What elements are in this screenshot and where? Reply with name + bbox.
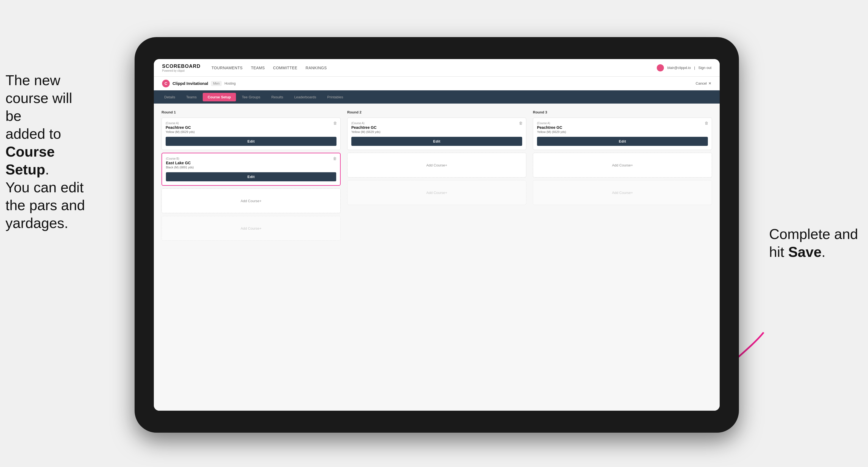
nav-rankings[interactable]: RANKINGS <box>306 66 327 70</box>
round1-add-course-2: Add Course + <box>161 216 341 241</box>
round3-add-course-2-label: Add Course <box>612 191 631 195</box>
round1-add-course-2-label: Add Course <box>241 226 259 230</box>
round1-course-a-card: 🗑 (Course A) Peachtree GC Yellow (M) (66… <box>161 118 341 150</box>
nav-avatar <box>657 64 664 71</box>
round-1-header: Round 1 <box>161 110 341 114</box>
rounds-grid: Round 1 🗑 (Course A) Peachtree GC Yellow… <box>161 110 712 243</box>
round-3-header: Round 3 <box>533 110 712 114</box>
nav-links: TOURNAMENTS TEAMS COMMITTEE RANKINGS <box>212 66 327 70</box>
tab-teams[interactable]: Teams <box>181 93 202 101</box>
nav-left: SCOREBOARD Powered by clippd TOURNAMENTS… <box>162 63 327 72</box>
round3-course-a-card: 🗑 (Course A) Peachtree GC Yellow (M) (66… <box>533 118 712 150</box>
round3-add-course-1-label: Add Course <box>612 163 631 167</box>
top-nav: SCOREBOARD Powered by clippd TOURNAMENTS… <box>154 59 720 76</box>
round-3-column: Round 3 🗑 (Course A) Peachtree GC Yellow… <box>533 110 712 243</box>
round-1-column: Round 1 🗑 (Course A) Peachtree GC Yellow… <box>161 110 341 243</box>
cancel-label: Cancel <box>696 81 707 86</box>
round2-add-course-1-label: Add Course <box>426 163 445 167</box>
round2-add-course-2-plus: + <box>445 191 447 195</box>
round3-course-a-label: (Course A) <box>537 122 708 125</box>
tab-details[interactable]: Details <box>159 93 180 101</box>
nav-separator: | <box>694 66 695 70</box>
tournament-gender: Men <box>211 81 222 86</box>
tab-leaderboards[interactable]: Leaderboards <box>289 93 321 101</box>
round1-course-a-delete-icon[interactable]: 🗑 <box>333 121 338 126</box>
nav-teams[interactable]: TEAMS <box>251 66 265 70</box>
round1-course-b-label: (Course B) <box>166 157 336 160</box>
round2-course-a-name: Peachtree GC <box>351 125 522 130</box>
tournament-bar: C Clippd Invitational Men Hosting Cancel… <box>154 76 720 90</box>
tab-course-setup[interactable]: Course Setup <box>203 93 236 101</box>
round1-course-b-name: East Lake GC <box>166 161 336 165</box>
round1-add-course-1-plus: + <box>259 199 262 203</box>
annotation-left: The new course will be added to Course S… <box>5 71 85 232</box>
logo-sub: Powered by clippd <box>162 69 200 72</box>
tournament-name: Clippd Invitational <box>173 81 208 86</box>
round3-add-course-2-plus: + <box>631 191 633 195</box>
round1-course-b-edit-button[interactable]: Edit <box>166 172 336 181</box>
round1-course-a-label: (Course A) <box>166 122 337 125</box>
round3-course-a-name: Peachtree GC <box>537 125 708 130</box>
main-content: Round 1 🗑 (Course A) Peachtree GC Yellow… <box>154 103 720 411</box>
round-2-column: Round 2 🗑 (Course A) Peachtree GC Yellow… <box>347 110 526 243</box>
nav-user-email: blair@clippd.io <box>667 66 690 70</box>
round3-add-course-1-plus: + <box>631 163 633 167</box>
round3-add-course-2: Add Course + <box>533 180 712 205</box>
round1-course-b-tee: Black (M) (6891 yds) <box>166 166 336 169</box>
nav-committee[interactable]: COMMITTEE <box>273 66 298 70</box>
round2-course-a-label: (Course A) <box>351 122 522 125</box>
round1-course-b-delete-icon[interactable]: 🗑 <box>332 156 337 161</box>
cancel-area[interactable]: Cancel ✕ <box>696 81 711 86</box>
round2-add-course-2: Add Course + <box>347 180 526 205</box>
round2-add-course-2-label: Add Course <box>426 191 445 195</box>
scoreboard-logo: SCOREBOARD Powered by clippd <box>162 63 200 72</box>
round1-add-course-1[interactable]: Add Course + <box>161 188 341 213</box>
round1-add-course-2-plus: + <box>259 226 262 230</box>
round1-course-a-name: Peachtree GC <box>166 125 337 130</box>
round3-add-course-1[interactable]: Add Course + <box>533 153 712 178</box>
round2-course-a-card: 🗑 (Course A) Peachtree GC Yellow (M) (66… <box>347 118 526 150</box>
sign-out-link[interactable]: Sign out <box>698 66 711 70</box>
tab-results[interactable]: Results <box>267 93 288 101</box>
round1-course-a-tee: Yellow (M) (6629 yds) <box>166 130 337 133</box>
round3-course-a-edit-button[interactable]: Edit <box>537 137 708 146</box>
annotation-right: Complete and hit Save. <box>769 225 863 261</box>
round3-course-a-tee: Yellow (M) (6629 yds) <box>537 130 708 133</box>
tab-printables[interactable]: Printables <box>322 93 348 101</box>
nav-right: blair@clippd.io | Sign out <box>657 64 711 71</box>
round1-course-a-edit-button[interactable]: Edit <box>166 137 337 146</box>
round1-add-course-1-label: Add Course <box>241 199 259 203</box>
tablet-frame: SCOREBOARD Powered by clippd TOURNAMENTS… <box>134 37 739 433</box>
sub-nav: Details Teams Course Setup Tee Groups Re… <box>154 90 720 103</box>
hosting-tag: Hosting <box>224 82 236 86</box>
round-2-header: Round 2 <box>347 110 526 114</box>
logo-title: SCOREBOARD <box>162 63 200 69</box>
round1-course-b-card: 🗑 (Course B) East Lake GC Black (M) (689… <box>161 153 341 186</box>
tournament-logo: C <box>162 80 170 87</box>
round2-course-a-tee: Yellow (M) (6629 yds) <box>351 130 522 133</box>
cancel-icon: ✕ <box>708 81 711 86</box>
nav-tournaments[interactable]: TOURNAMENTS <box>212 66 243 70</box>
round2-course-a-edit-button[interactable]: Edit <box>351 137 522 146</box>
round2-course-a-delete-icon[interactable]: 🗑 <box>518 121 523 126</box>
tab-tee-groups[interactable]: Tee Groups <box>237 93 265 101</box>
tournament-info: C Clippd Invitational Men Hosting <box>162 80 236 87</box>
round2-add-course-1[interactable]: Add Course + <box>347 153 526 178</box>
tablet-screen: SCOREBOARD Powered by clippd TOURNAMENTS… <box>154 59 720 411</box>
round2-add-course-1-plus: + <box>445 163 447 167</box>
round3-course-a-delete-icon[interactable]: 🗑 <box>704 121 709 126</box>
